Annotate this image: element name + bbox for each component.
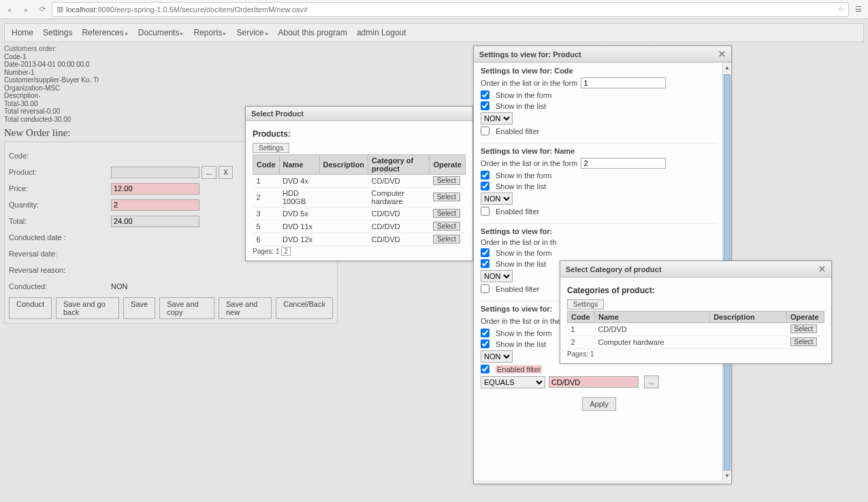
save-new-button[interactable]: Save and new [219, 297, 272, 319]
order-input-code[interactable] [581, 78, 666, 88]
show-form-name[interactable] [481, 171, 489, 180]
select-product-1[interactable]: Select [433, 176, 460, 185]
select-category-dialog: Select Category of product ✕ Categories … [560, 261, 832, 364]
cancel-button[interactable]: Cancel/Back [276, 297, 333, 319]
menu-reports[interactable]: Reports▸ [193, 28, 227, 37]
select-product-2[interactable]: Select [433, 193, 460, 201]
select-product-3[interactable]: Select [433, 209, 460, 218]
menu-logout[interactable]: admin Logout [357, 28, 406, 37]
app-menubar: Home Settings References▸ Documents▸ Rep… [4, 23, 864, 42]
filter-enabled-code[interactable] [481, 127, 489, 135]
order-dir-4[interactable]: NON [481, 350, 513, 363]
category-pager: Pages: 1 [567, 350, 824, 358]
browser-toolbar: « » ⟳ ▥ localhost :8080/eerp-spring-1.0.… [0, 0, 868, 19]
filter-enabled-3[interactable] [481, 284, 489, 293]
table-row: 5DVD 11xCD/DVDSelect [253, 220, 466, 233]
close-icon[interactable]: ✕ [718, 49, 726, 59]
menu-service[interactable]: Service▸ [236, 28, 268, 37]
product-field[interactable] [111, 167, 199, 178]
quantity-field[interactable] [111, 199, 199, 211]
apply-button[interactable]: Apply [582, 397, 616, 411]
order-dir-code[interactable]: NON [481, 112, 513, 124]
table-row: 2Computer hardwareSelect [568, 336, 824, 349]
product-pager: Pages: 1 2 [253, 248, 466, 255]
order-summary-title: Customers order: [4, 45, 864, 53]
product-clear-button[interactable]: X [219, 166, 233, 179]
save-go-back-button[interactable]: Save and go back [56, 297, 119, 319]
menu-settings[interactable]: Settings [43, 28, 72, 37]
close-icon[interactable]: ✕ [818, 264, 826, 274]
show-form-3[interactable] [481, 248, 489, 257]
categories-table: Code Name Description Operate 1CD/DVDSel… [567, 311, 824, 349]
filter-enabled-4[interactable] [481, 365, 489, 373]
order-dir-3[interactable]: NON [481, 270, 513, 282]
bookmark-star-icon[interactable]: ☆ [837, 5, 844, 14]
select-product-titlebar[interactable]: Select Product [246, 107, 472, 121]
save-copy-button[interactable]: Save and copy [159, 297, 214, 319]
show-list-name[interactable] [481, 182, 489, 190]
filter-value-4[interactable] [549, 376, 639, 388]
save-button[interactable]: Save [123, 297, 155, 319]
menu-about[interactable]: About this program [278, 28, 347, 37]
select-product-dialog: Select Product Products: Settings Code N… [245, 106, 473, 261]
url-bar[interactable]: ▥ localhost :8080/eerp-spring-1.0.5M/sec… [52, 2, 849, 17]
back-button[interactable]: « [3, 3, 16, 16]
url-path: :8080/eerp-spring-1.0.5M/secure/docitem/… [95, 5, 308, 14]
filter-enabled-name[interactable] [481, 207, 489, 216]
products-table: Code Name Description Category of produc… [253, 154, 466, 246]
total-field[interactable] [111, 216, 199, 227]
table-row: 1CD/DVDSelect [568, 323, 824, 336]
view-settings-titlebar[interactable]: Settings to view for: Product ✕ [474, 46, 731, 63]
price-field[interactable] [111, 183, 199, 195]
select-product-6[interactable]: Select [433, 235, 460, 244]
select-category-2[interactable]: Select [790, 337, 818, 346]
select-product-5[interactable]: Select [433, 222, 460, 231]
order-input-name[interactable] [581, 158, 666, 169]
reload-button[interactable]: ⟳ [35, 3, 49, 16]
order-dir-name[interactable]: NON [481, 193, 513, 205]
table-row: 6DVD 12xCD/DVDSelect [253, 233, 466, 246]
show-list-code[interactable] [481, 101, 489, 110]
category-settings-tab[interactable]: Settings [567, 299, 604, 309]
select-category-1[interactable]: Select [790, 324, 818, 333]
table-row: 1DVD 4xCD/DVDSelect [253, 175, 466, 188]
scroll-up-icon[interactable]: ▲ [723, 63, 731, 72]
select-category-titlebar[interactable]: Select Category of product ✕ [560, 261, 831, 278]
menu-references[interactable]: References▸ [82, 28, 128, 37]
show-list-3[interactable] [481, 259, 489, 268]
conduct-button[interactable]: Conduct [9, 297, 52, 319]
page-1[interactable]: 1 [276, 248, 280, 255]
url-host: localhost [66, 5, 95, 14]
show-list-4[interactable] [481, 339, 489, 348]
table-row: 2HDD 100GBComputer hardwareSelect [253, 188, 466, 207]
browser-menu-icon[interactable]: ☰ [852, 5, 865, 14]
product-settings-tab[interactable]: Settings [253, 143, 289, 153]
conducted-value: NON [111, 282, 127, 290]
filter-op-4[interactable]: EQUALS [481, 376, 545, 388]
scroll-down-icon[interactable]: ▼ [723, 471, 731, 480]
forward-button[interactable]: » [19, 3, 33, 16]
menu-documents[interactable]: Documents▸ [138, 28, 184, 37]
show-form-code[interactable] [481, 90, 489, 99]
product-lookup-button[interactable]: ... [202, 166, 216, 179]
menu-home[interactable]: Home [12, 28, 33, 37]
filter-lookup-4[interactable]: ... [644, 375, 659, 388]
show-form-4[interactable] [481, 329, 489, 337]
page-2[interactable]: 2 [281, 247, 291, 256]
table-row: 3DVD 5xCD/DVDSelect [253, 207, 466, 220]
